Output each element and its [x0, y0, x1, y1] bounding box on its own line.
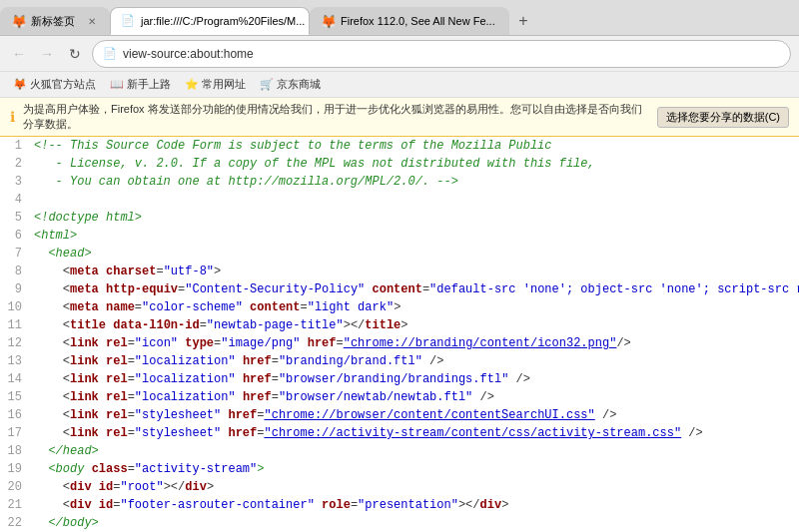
new-tab-button[interactable]: + — [509, 7, 537, 35]
bookmark-common[interactable]: ⭐ 常用网址 — [180, 75, 251, 94]
line-code-2: - License, v. 2.0. If a copy of the MPL … — [30, 155, 799, 173]
line-number-10: 10 — [0, 298, 30, 316]
line-code-1: <!-- This Source Code Form is subject to… — [30, 137, 799, 155]
source-line-21: 21 <div id="footer-asrouter-container" r… — [0, 496, 799, 514]
source-line-2: 2 - License, v. 2.0. If a copy of the MP… — [0, 155, 799, 173]
info-share-button[interactable]: 选择您要分享的数据(C) — [657, 107, 789, 128]
line-number-5: 5 — [0, 209, 30, 227]
line-number-11: 11 — [0, 316, 30, 334]
source-line-19: 19 <body class="activity-stream"> — [0, 460, 799, 478]
bookmark-official[interactable]: 🦊 火狐官方站点 — [8, 75, 101, 94]
forward-button[interactable]: → — [36, 43, 58, 65]
tab-favicon-firefox: 🦊 — [321, 14, 335, 28]
address-bar[interactable]: 📄 view-source:about:home — [92, 40, 791, 68]
tab-label-source: jar:file:///C:/Program%20Files/M... — [141, 15, 305, 27]
line-code-19: <body class="activity-stream"> — [30, 460, 799, 478]
tab-source[interactable]: 📄 jar:file:///C:/Program%20Files/M... ✕ — [110, 7, 310, 35]
line-number-2: 2 — [0, 155, 30, 173]
line-number-17: 17 — [0, 424, 30, 442]
address-text: view-source:about:home — [123, 47, 780, 61]
tab-label-firefox: Firefox 112.0, See All New Fe... — [341, 15, 495, 27]
line-number-15: 15 — [0, 388, 30, 406]
source-line-22: 22 </body> — [0, 514, 799, 532]
source-line-10: 10 <meta name="color-scheme" content="li… — [0, 298, 799, 316]
line-code-4 — [30, 191, 799, 209]
tab-newtab[interactable]: 🦊 新标签页 ✕ — [0, 7, 110, 35]
info-bar: ℹ 为提高用户体验，Firefox 将发送部分功能的使用情况给我们，用于进一步优… — [0, 98, 799, 137]
info-text: 为提高用户体验，Firefox 将发送部分功能的使用情况给我们，用于进一步优化火… — [23, 102, 649, 132]
nav-bar: ← → ↻ 📄 view-source:about:home — [0, 36, 799, 72]
line-number-16: 16 — [0, 406, 30, 424]
source-line-13: 13 <link rel="localization" href="brandi… — [0, 352, 799, 370]
line-number-19: 19 — [0, 460, 30, 478]
source-line-5: 5 <!doctype html> — [0, 209, 799, 227]
source-line-20: 20 <div id="root"></div> — [0, 478, 799, 496]
tab-close-firefox[interactable]: ✕ — [505, 15, 509, 28]
line-code-9: <meta http-equiv="Content-Security-Polic… — [30, 280, 799, 298]
line-code-5: <!doctype html> — [30, 209, 799, 227]
source-line-17: 17 <link rel="stylesheet" href="chrome:/… — [0, 424, 799, 442]
line-code-21: <div id="footer-asrouter-container" role… — [30, 496, 799, 514]
source-line-16: 16 <link rel="stylesheet" href="chrome:/… — [0, 406, 799, 424]
line-number-8: 8 — [0, 263, 30, 280]
back-button[interactable]: ← — [8, 43, 30, 65]
bookmark-jd[interactable]: 🛒 京东商城 — [255, 75, 326, 94]
info-icon: ℹ — [10, 109, 15, 125]
bookmark-official-label: 火狐官方站点 — [30, 77, 96, 92]
bookmark-jd-label: 京东商城 — [277, 77, 321, 92]
bookmark-common-label: 常用网址 — [202, 77, 246, 92]
source-line-18: 18 </head> — [0, 442, 799, 460]
source-line-8: 8 <meta charset="utf-8"> — [0, 263, 799, 280]
bookmark-official-icon: 🦊 — [13, 78, 27, 91]
line-code-17: <link rel="stylesheet" href="chrome://ac… — [30, 424, 799, 442]
line-number-1: 1 — [0, 137, 30, 155]
line-code-13: <link rel="localization" href="branding/… — [30, 352, 799, 370]
line-code-15: <link rel="localization" href="browser/n… — [30, 388, 799, 406]
source-line-14: 14 <link rel="localization" href="browse… — [0, 370, 799, 388]
line-number-6: 6 — [0, 227, 30, 245]
line-code-18: </head> — [30, 442, 799, 460]
tab-favicon-newtab: 🦊 — [11, 14, 25, 28]
tab-close-newtab[interactable]: ✕ — [85, 15, 99, 28]
source-line-7: 7 <head> — [0, 245, 799, 263]
line-number-4: 4 — [0, 191, 30, 209]
line-number-7: 7 — [0, 245, 30, 263]
source-line-6: 6 <html> — [0, 227, 799, 245]
bookmark-jd-icon: 🛒 — [260, 78, 274, 91]
line-code-20: <div id="root"></div> — [30, 478, 799, 496]
line-number-18: 18 — [0, 442, 30, 460]
bookmarks-bar: 🦊 火狐官方站点 📖 新手上路 ⭐ 常用网址 🛒 京东商城 — [0, 72, 799, 98]
source-line-15: 15 <link rel="localization" href="browse… — [0, 388, 799, 406]
browser-window: 🦊 新标签页 ✕ 📄 jar:file:///C:/Program%20File… — [0, 0, 799, 532]
source-line-12: 12 <link rel="icon" type="image/png" hre… — [0, 334, 799, 352]
source-table: 1 <!-- This Source Code Form is subject … — [0, 137, 799, 532]
line-code-22: </body> — [30, 514, 799, 532]
reload-button[interactable]: ↻ — [64, 43, 86, 65]
line-code-12: <link rel="icon" type="image/png" href="… — [30, 334, 799, 352]
bookmark-start[interactable]: 📖 新手上路 — [105, 75, 176, 94]
bookmark-common-icon: ⭐ — [185, 78, 199, 91]
address-icon: 📄 — [103, 47, 117, 60]
line-code-7: <head> — [30, 245, 799, 263]
line-number-13: 13 — [0, 352, 30, 370]
source-line-3: 3 - You can obtain one at http://mozilla… — [0, 173, 799, 191]
source-line-1: 1 <!-- This Source Code Form is subject … — [0, 137, 799, 155]
tab-bar: 🦊 新标签页 ✕ 📄 jar:file:///C:/Program%20File… — [0, 0, 799, 36]
line-number-21: 21 — [0, 496, 30, 514]
line-number-22: 22 — [0, 514, 30, 532]
line-code-3: - You can obtain one at http://mozilla.o… — [30, 173, 799, 191]
bookmark-start-label: 新手上路 — [127, 77, 171, 92]
line-code-11: <title data-l10n-id="newtab-page-title">… — [30, 316, 799, 334]
line-code-6: <html> — [30, 227, 799, 245]
line-number-20: 20 — [0, 478, 30, 496]
line-number-9: 9 — [0, 280, 30, 298]
line-code-8: <meta charset="utf-8"> — [30, 263, 799, 280]
line-number-3: 3 — [0, 173, 30, 191]
source-line-9: 9 <meta http-equiv="Content-Security-Pol… — [0, 280, 799, 298]
line-number-12: 12 — [0, 334, 30, 352]
tab-label-newtab: 新标签页 — [31, 14, 75, 29]
tab-favicon-source: 📄 — [121, 14, 135, 28]
tab-firefox[interactable]: 🦊 Firefox 112.0, See All New Fe... ✕ — [310, 7, 509, 35]
bookmark-start-icon: 📖 — [110, 78, 124, 91]
source-line-11: 11 <title data-l10n-id="newtab-page-titl… — [0, 316, 799, 334]
